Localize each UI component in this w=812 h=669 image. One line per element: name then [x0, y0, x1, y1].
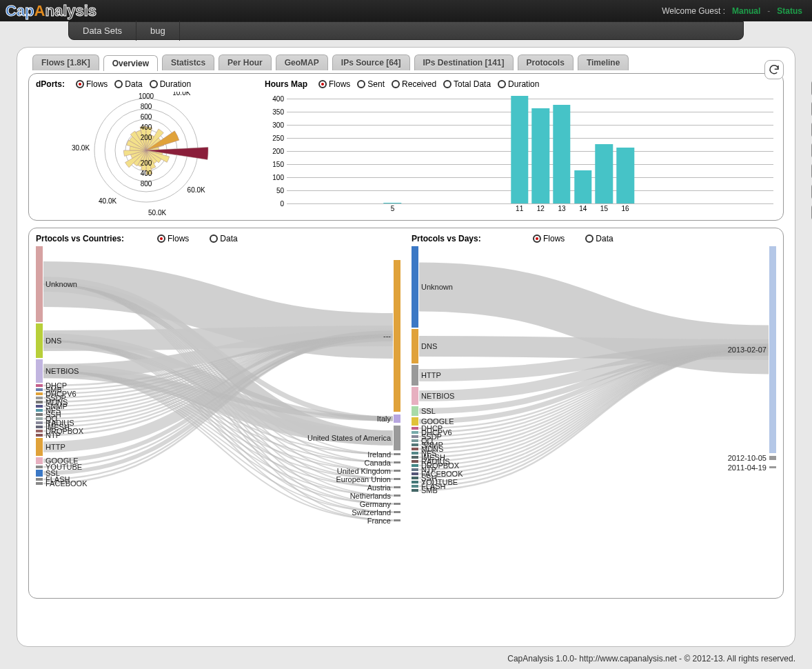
nav-bug[interactable]: bug — [136, 21, 180, 41]
sankey-node-label: Italy — [377, 415, 391, 423]
sankey-node[interactable] — [36, 384, 43, 387]
sankey-node[interactable] — [412, 443, 418, 446]
sankey-node[interactable] — [412, 427, 418, 430]
sankey-node[interactable] — [36, 246, 43, 322]
dports-panel: dPorts: Flows Data Duration 200400600800… — [36, 79, 256, 216]
sankey-node-label: NETBIOS — [45, 367, 79, 375]
tab-ips-destination[interactable]: IPs Destination [141] — [414, 54, 514, 70]
sankey-node[interactable] — [394, 511, 400, 513]
sankey-node[interactable] — [394, 478, 400, 480]
sankey-node[interactable] — [36, 388, 43, 391]
dports-opt-data[interactable]: Data — [114, 79, 142, 89]
sankey-node[interactable] — [394, 453, 400, 455]
hours-opt-duration[interactable]: Duration — [498, 79, 539, 89]
sankey-right-opt-data[interactable]: Data — [585, 234, 613, 243]
sankey-node[interactable] — [412, 448, 418, 450]
sankey-node-label: Canada — [364, 459, 391, 467]
hours-opt-total[interactable]: Total Data — [443, 79, 491, 89]
sankey-node[interactable] — [412, 456, 418, 459]
sankey-node[interactable] — [412, 431, 418, 434]
svg-text:800: 800 — [141, 103, 152, 110]
sankey-node[interactable] — [412, 468, 418, 471]
manual-link[interactable]: Manual — [732, 6, 760, 16]
sankey-node[interactable] — [36, 434, 43, 437]
tab-ips-source[interactable]: IPs Source [64] — [332, 54, 410, 70]
sankey-node[interactable] — [36, 426, 43, 428]
sankey-node[interactable] — [412, 485, 418, 488]
tab-geomap[interactable]: GeoMAP — [276, 54, 328, 70]
tab-timeline[interactable]: Timeline — [578, 54, 629, 70]
dports-opt-flows[interactable]: Flows — [76, 79, 108, 89]
hours-opt-sent[interactable]: Sent — [357, 79, 385, 89]
sankey-node[interactable] — [394, 461, 400, 463]
sankey-node[interactable] — [36, 457, 43, 464]
sankey-node[interactable] — [36, 417, 43, 420]
sankey-node[interactable] — [394, 495, 400, 497]
sankey-left-opt-data[interactable]: Data — [210, 234, 237, 243]
separator: - — [767, 6, 770, 16]
sankey-node[interactable] — [36, 421, 43, 424]
sankey-node[interactable] — [412, 246, 418, 328]
sankey-node[interactable] — [412, 365, 418, 386]
status-link[interactable]: Status — [777, 6, 802, 16]
sankey-node[interactable] — [412, 464, 418, 467]
tab-protocols[interactable]: Protocols — [518, 54, 574, 70]
hours-opt-flows[interactable]: Flows — [318, 79, 350, 89]
tab-overview[interactable]: Overview — [103, 55, 158, 71]
sankey-node[interactable] — [412, 417, 418, 426]
sankey-node-label: Unknown — [421, 283, 453, 291]
dports-opt-duration[interactable]: Duration — [150, 79, 191, 89]
sankey-node[interactable] — [36, 430, 43, 432]
sankey-node-label: 2013-02-07 — [728, 346, 767, 354]
tab-statistics[interactable]: Statistcs — [162, 54, 214, 70]
sankey-node[interactable] — [412, 477, 418, 479]
sankey-node-label: DNS — [45, 337, 61, 345]
sankey-node[interactable] — [412, 460, 418, 463]
sankey-node[interactable] — [769, 246, 776, 453]
tab-flows[interactable]: Flows [1.8K] — [32, 54, 99, 70]
sankey-node[interactable] — [412, 481, 418, 483]
refresh-button[interactable] — [764, 60, 784, 79]
svg-text:600: 600 — [141, 113, 152, 121]
nav-datasets[interactable]: Data Sets — [69, 21, 136, 41]
subnav: Data Sets bug — [68, 21, 744, 40]
sankey-node[interactable] — [412, 329, 418, 363]
sankey-right-opt-flows[interactable]: Flows — [533, 234, 565, 243]
sankey-left-opt-flows[interactable]: Flows — [157, 234, 189, 243]
sankey-node[interactable] — [394, 426, 400, 450]
sankey-node[interactable] — [36, 359, 43, 383]
sankey-node[interactable] — [36, 438, 43, 456]
sankey-node[interactable] — [36, 405, 43, 408]
sankey-node[interactable] — [394, 519, 400, 521]
sankey-node[interactable] — [394, 503, 400, 505]
sankey-node[interactable] — [769, 466, 776, 468]
sankey-node[interactable] — [394, 415, 400, 423]
sankey-node[interactable] — [412, 435, 418, 438]
sankey-node-label: 2012-10-05 — [728, 454, 767, 462]
sankey-node-label: NETBIOS — [421, 392, 454, 400]
sankey-node[interactable] — [36, 323, 43, 358]
sankey-node[interactable] — [412, 489, 418, 492]
sankey-node[interactable] — [36, 409, 43, 412]
sankey-node[interactable] — [36, 401, 43, 403]
sankey-node[interactable] — [394, 486, 400, 488]
sankey-node[interactable] — [412, 439, 418, 442]
sankey-node[interactable] — [36, 466, 43, 468]
sankey-node[interactable] — [36, 478, 43, 481]
sankey-node[interactable] — [36, 397, 43, 399]
hours-opt-received[interactable]: Received — [392, 79, 436, 89]
sankey-node[interactable] — [36, 470, 43, 477]
sankey-node[interactable] — [412, 387, 418, 405]
sankey-node[interactable] — [412, 472, 418, 475]
svg-text:10.0K: 10.0K — [172, 92, 190, 97]
sankey-node[interactable] — [36, 413, 43, 416]
sankey-node[interactable] — [36, 482, 43, 485]
sankey-node[interactable] — [412, 452, 418, 455]
tab-perhour[interactable]: Per Hour — [219, 54, 272, 70]
sankey-node[interactable] — [36, 392, 43, 395]
sankey-node[interactable] — [769, 456, 776, 460]
sankey-node[interactable] — [394, 470, 400, 472]
sankey-node[interactable] — [394, 260, 400, 412]
sankey-node[interactable] — [412, 406, 418, 416]
refresh-icon — [768, 63, 780, 76]
